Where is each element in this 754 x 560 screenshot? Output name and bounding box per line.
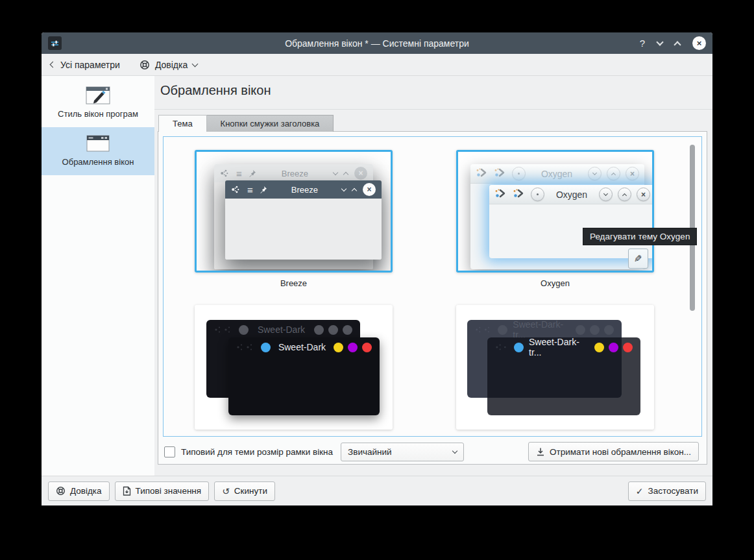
window-decoration-icon	[84, 133, 112, 154]
button-label: Застосувати	[648, 486, 698, 496]
mini-window-title: Breeze	[274, 185, 335, 195]
hamburger-icon: ≡	[247, 185, 253, 195]
menu-circle-icon	[239, 325, 249, 335]
sweet-dark-preview-active-window: Sweet-Dark	[228, 337, 380, 415]
theme-name-breeze: Breeze	[195, 278, 393, 288]
oxygen-logo-icon	[513, 188, 526, 201]
maximize-icon	[348, 343, 358, 352]
close-button[interactable]: ×	[692, 36, 706, 50]
maximize-icon	[328, 325, 338, 335]
minimize-icon	[588, 167, 602, 180]
theme-card-sweet-dark-transparent[interactable]: Sweet-Dark-tr...	[456, 305, 654, 430]
close-icon: ×	[354, 167, 367, 180]
oxygen-logo-icon	[494, 167, 507, 180]
all-settings-back-button[interactable]: Усі параметри	[51, 60, 120, 70]
pencil-icon: ✎	[634, 253, 642, 265]
minimize-icon	[314, 325, 324, 335]
button-label: Довідка	[70, 486, 102, 496]
app-menu-dots-icon	[220, 169, 230, 178]
sidebar-item-application-style[interactable]: Стиль вікон програм	[42, 79, 154, 127]
oxygen-logo-icon	[494, 188, 507, 201]
menu-circle-icon	[261, 343, 271, 352]
theme-card-sweet-dark[interactable]: Sweet-Dark	[195, 305, 393, 430]
close-icon	[623, 343, 633, 352]
mini-window-title: Breeze	[263, 169, 327, 178]
border-size-row: Типовий для теми розмір рамки вікна Звич…	[164, 442, 699, 461]
system-settings-window: Обрамлення вікон * — Системні параметри …	[42, 32, 712, 505]
app-icon	[48, 36, 62, 50]
title-separator	[154, 109, 712, 110]
close-icon: ×	[626, 167, 639, 180]
close-icon: ×	[637, 188, 650, 201]
sidebar-item-label: Стиль вікон програм	[58, 109, 138, 120]
minimize-icon	[334, 343, 343, 352]
theme-card-oxygen[interactable]: Oxygen ×	[456, 150, 654, 273]
window-buttons	[314, 325, 352, 335]
button-label: Типові значення	[136, 486, 202, 496]
check-icon: ✓	[636, 487, 644, 496]
theme-card-breeze[interactable]: ≡ Breeze ×	[195, 150, 393, 273]
window-buttons	[594, 343, 633, 352]
lifesaver-icon	[56, 486, 66, 496]
menu-button-icon	[512, 167, 526, 180]
maximize-icon	[618, 188, 631, 201]
minimize-icon	[594, 343, 604, 352]
theme-default-border-checkbox[interactable]	[164, 446, 175, 457]
defaults-button[interactable]: Типові значення	[115, 481, 210, 501]
maximize-icon	[352, 188, 357, 193]
app-menu-dots-icon	[231, 185, 241, 194]
button-label: Скинути	[234, 486, 267, 496]
tab-theme[interactable]: Тема	[158, 115, 207, 132]
help-menu-label: Довідка	[155, 60, 188, 70]
menu-circle-icon	[514, 343, 524, 352]
border-size-combobox[interactable]: Звичайний	[341, 443, 464, 461]
maximize-icon	[607, 167, 620, 180]
tab-bar: Тема Кнопки смужки заголовка	[158, 115, 334, 132]
menu-button-icon	[531, 188, 544, 201]
pin-icon	[260, 186, 267, 193]
minimize-icon	[341, 186, 347, 191]
download-icon	[536, 447, 545, 456]
reset-button[interactable]: ↺ Скинути	[214, 481, 275, 501]
close-icon	[343, 325, 352, 335]
sidebar-item-window-decorations[interactable]: Обрамлення вікон	[42, 127, 154, 175]
edit-theme-button[interactable]: ✎	[628, 249, 648, 269]
mini-window-title: Sweet-Dark	[278, 342, 326, 352]
mini-window-title: Sweet-Dark-tr...	[529, 337, 589, 358]
window-style-icon	[84, 85, 112, 106]
theme-list: ≡ Breeze ×	[163, 136, 702, 437]
mini-window-title: Sweet-Dark	[258, 324, 305, 335]
app-menu-dots-icon	[214, 326, 234, 334]
window-buttons	[334, 343, 372, 352]
breeze-preview-active-window: ≡ Breeze ×	[225, 180, 382, 260]
menu-circle-icon	[498, 325, 507, 335]
sweet-dark-tr-preview-active-window: Sweet-Dark-tr...	[487, 337, 640, 415]
button-label: Отримати нові обрамлення вікон...	[550, 447, 691, 457]
apply-button[interactable]: ✓ Застосувати	[628, 481, 706, 501]
footer-button-bar: Довідка Типові значення ↺ Скинути ✓ Заст…	[42, 476, 712, 505]
theme-tab-panel: ≡ Breeze ×	[158, 131, 707, 465]
tab-titlebar-buttons[interactable]: Кнопки смужки заголовка	[207, 115, 334, 132]
sidebar-item-label: Обрамлення вікон	[62, 157, 134, 168]
minimize-icon	[576, 325, 585, 335]
undo-icon: ↺	[222, 487, 230, 496]
toolbar: Усі параметри Довідка	[42, 54, 712, 76]
combobox-value: Звичайний	[348, 447, 392, 457]
minimize-button[interactable]	[656, 38, 663, 45]
get-new-decorations-button[interactable]: Отримати нові обрамлення вікон...	[528, 442, 699, 461]
chevron-left-icon	[50, 62, 56, 68]
window-help-button[interactable]: ?	[640, 38, 645, 49]
window-buttons	[576, 325, 614, 335]
main-content: Обрамлення вікон Тема Кнопки смужки заго…	[154, 76, 712, 476]
pin-icon	[249, 169, 256, 177]
lifesaver-icon	[140, 60, 150, 70]
back-button-label: Усі параметри	[60, 60, 120, 70]
mini-window-title: Oxygen	[541, 169, 572, 179]
help-button[interactable]: Довідка	[48, 481, 110, 501]
close-icon: ×	[363, 183, 376, 196]
document-revert-icon	[123, 486, 131, 496]
theme-name-oxygen: Oxygen	[456, 278, 654, 288]
maximize-button[interactable]	[674, 41, 681, 48]
window-titlebar[interactable]: Обрамлення вікон * — Системні параметри …	[42, 32, 712, 54]
help-menu-button[interactable]: Довідка	[140, 60, 197, 70]
